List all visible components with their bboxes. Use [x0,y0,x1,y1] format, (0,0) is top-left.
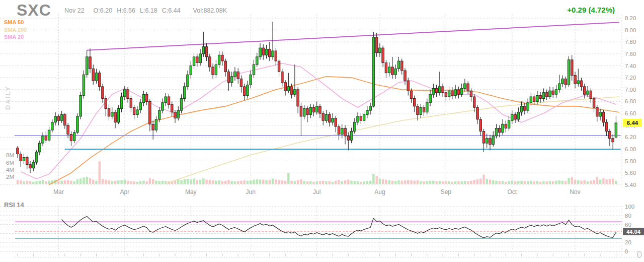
svg-text:100: 100 [625,204,634,210]
svg-text:Aug: Aug [374,188,385,195]
svg-text:Sep: Sep [441,188,452,195]
svg-text:6.80: 6.80 [625,98,636,104]
drawn-lines [15,22,621,149]
svg-text:7.20: 7.20 [625,75,636,81]
svg-text:8.20: 8.20 [625,15,636,21]
svg-text:60: 60 [625,222,631,228]
svg-text:7.00: 7.00 [625,87,636,93]
price-chart-canvas[interactable]: 8.208.007.807.607.407.207.006.806.606.40… [0,0,644,262]
svg-text:Jul: Jul [313,188,320,195]
rsi-grid: 100806040200 [0,204,634,256]
bottom-ruler [15,251,638,257]
scrollbar-thumb[interactable] [637,251,641,258]
svg-text:5.40: 5.40 [625,182,636,188]
svg-text:7.80: 7.80 [625,39,636,45]
svg-text:80: 80 [625,213,631,219]
svg-text:Mar: Mar [53,188,64,195]
svg-text:2M: 2M [6,174,14,180]
svg-text:5.80: 5.80 [625,158,636,164]
svg-text:7.60: 7.60 [625,51,636,57]
sma-overlays [21,63,619,185]
svg-text:5.60: 5.60 [625,170,636,176]
volume-axis: 8M6M4M2M [6,152,14,179]
svg-text:8M: 8M [6,152,14,158]
svg-text:6M: 6M [6,160,14,166]
last-price-tag: 6.44 [623,119,642,127]
rsi-value-tag: 44.04 [623,228,644,235]
svg-text:Nov: Nov [570,188,580,195]
svg-text:Apr: Apr [120,188,129,195]
svg-text:4M: 4M [6,167,14,173]
svg-text:Oct: Oct [507,188,517,195]
svg-text:8.00: 8.00 [625,27,636,33]
chart-window: { "header": { "symbol": "SXC", "date": "… [0,0,644,262]
svg-text:6.44: 6.44 [627,120,638,126]
svg-text:7.40: 7.40 [625,63,636,69]
svg-text:Jun: Jun [246,188,256,195]
svg-text:6.60: 6.60 [625,110,636,116]
svg-text:20: 20 [625,239,631,245]
svg-text:6.20: 6.20 [625,134,636,140]
rsi-line [62,217,616,238]
svg-text:May: May [185,188,197,195]
svg-text:6.00: 6.00 [625,146,636,152]
svg-text:44.04: 44.04 [626,229,640,235]
